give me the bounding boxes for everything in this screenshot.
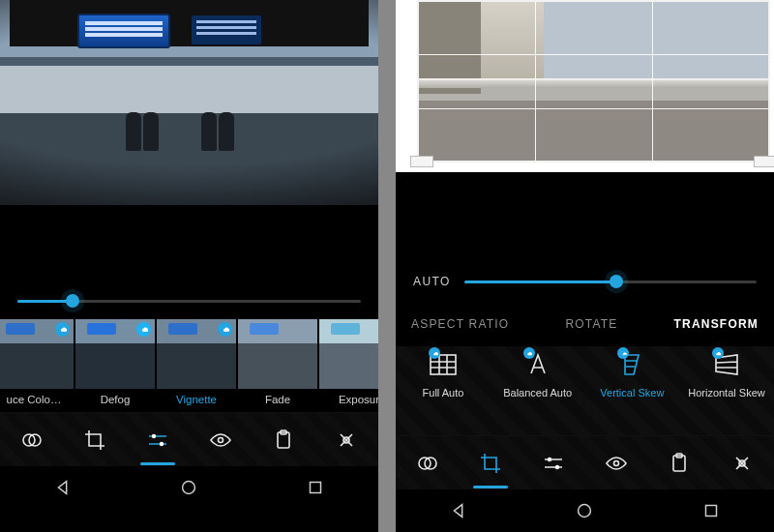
filter-label: Vignette bbox=[157, 389, 236, 410]
auto-slider-row: AUTO bbox=[396, 261, 774, 302]
bottom-toolbar bbox=[0, 412, 378, 466]
filter-label: uce Colo… bbox=[0, 389, 74, 410]
android-navbar bbox=[0, 466, 378, 509]
nav-recent[interactable] bbox=[697, 496, 726, 525]
filter-reduce-color-noise[interactable]: uce Colo… bbox=[0, 319, 74, 410]
cloud-sync-icon bbox=[55, 322, 70, 337]
tool-filters[interactable] bbox=[408, 444, 447, 483]
trapezoid-v-icon bbox=[615, 350, 648, 379]
filter-thumb-image bbox=[238, 319, 317, 389]
tool-heal[interactable] bbox=[723, 444, 761, 483]
preset-label: Balanced Auto bbox=[503, 387, 572, 399]
nav-recent[interactable] bbox=[301, 473, 330, 502]
filter-thumbnails[interactable]: uce Colo… Defog Vignette Fade Exposur bbox=[0, 317, 378, 412]
tab-rotate[interactable]: ROTATE bbox=[565, 317, 617, 331]
cloud-sync-icon bbox=[218, 322, 232, 337]
preset-horizontal-skew[interactable]: Horizontal Skew bbox=[685, 350, 768, 399]
nav-back[interactable] bbox=[48, 473, 77, 502]
transform-presets: Full Auto Balanced Auto Vertical Skew Ho… bbox=[396, 346, 774, 435]
left-pane: uce Colo… Defog Vignette Fade Exposur bbox=[0, 0, 378, 532]
nav-home[interactable] bbox=[174, 473, 203, 502]
cloud-sync-icon bbox=[712, 347, 724, 359]
android-navbar bbox=[396, 489, 774, 532]
crop-handle-bl-icon[interactable] bbox=[411, 157, 432, 166]
crop-handle-br-icon[interactable] bbox=[755, 157, 774, 166]
filter-vignette[interactable]: Vignette bbox=[157, 319, 236, 410]
preview-image[interactable] bbox=[0, 0, 378, 205]
filter-fade[interactable]: Fade bbox=[238, 319, 317, 410]
tool-redeye[interactable] bbox=[597, 444, 636, 483]
grid-icon bbox=[427, 350, 460, 379]
preset-label: Full Auto bbox=[423, 387, 464, 399]
cloud-sync-icon bbox=[429, 347, 440, 359]
filter-thumb-image bbox=[75, 319, 155, 389]
tool-filters[interactable] bbox=[13, 421, 51, 459]
tool-clipboard[interactable] bbox=[264, 421, 303, 459]
tool-crop[interactable] bbox=[471, 444, 510, 483]
filter-label: Defog bbox=[75, 389, 155, 410]
filter-thumb-image bbox=[157, 319, 236, 389]
bottom-toolbar bbox=[396, 435, 774, 489]
filter-label: Exposur bbox=[319, 389, 378, 410]
right-pane: AUTO ASPECT RATIOROTATETRANSFORM Full Au… bbox=[396, 0, 774, 532]
preset-label: Vertical Skew bbox=[600, 387, 664, 399]
tool-clipboard[interactable] bbox=[660, 444, 699, 483]
text-skew-icon bbox=[521, 350, 554, 379]
filter-thumb-image bbox=[0, 319, 74, 389]
trapezoid-h-icon bbox=[710, 350, 743, 379]
tool-adjust[interactable] bbox=[138, 421, 177, 459]
slider-fill bbox=[17, 300, 73, 303]
tool-heal[interactable] bbox=[327, 421, 366, 459]
preset-balanced-auto[interactable]: Balanced Auto bbox=[496, 350, 580, 399]
auto-slider-knob[interactable] bbox=[610, 275, 623, 288]
tool-redeye[interactable] bbox=[201, 421, 240, 459]
filter-thumb-image bbox=[319, 319, 378, 389]
tab-aspect-ratio[interactable]: ASPECT RATIO bbox=[411, 317, 509, 331]
nav-home[interactable] bbox=[570, 496, 599, 525]
transform-preview[interactable] bbox=[396, 0, 774, 172]
tool-crop[interactable] bbox=[75, 421, 114, 459]
slider-knob[interactable] bbox=[66, 294, 79, 308]
nav-back[interactable] bbox=[444, 496, 473, 525]
tool-adjust[interactable] bbox=[534, 444, 573, 483]
intensity-slider[interactable] bbox=[0, 284, 378, 317]
filter-defog[interactable]: Defog bbox=[75, 319, 155, 410]
preset-label: Horizontal Skew bbox=[688, 387, 764, 399]
filter-exposure[interactable]: Exposur bbox=[319, 319, 378, 410]
filter-label: Fade bbox=[238, 389, 317, 410]
cloud-sync-icon bbox=[136, 322, 151, 337]
tab-transform[interactable]: TRANSFORM bbox=[674, 317, 759, 331]
auto-slider[interactable] bbox=[464, 281, 757, 283]
cloud-sync-icon bbox=[523, 347, 535, 359]
preset-full-auto[interactable]: Full Auto bbox=[402, 350, 485, 399]
auto-label: AUTO bbox=[413, 275, 451, 288]
transform-tabs: ASPECT RATIOROTATETRANSFORM bbox=[396, 302, 774, 346]
preset-vertical-skew[interactable]: Vertical Skew bbox=[590, 350, 673, 399]
